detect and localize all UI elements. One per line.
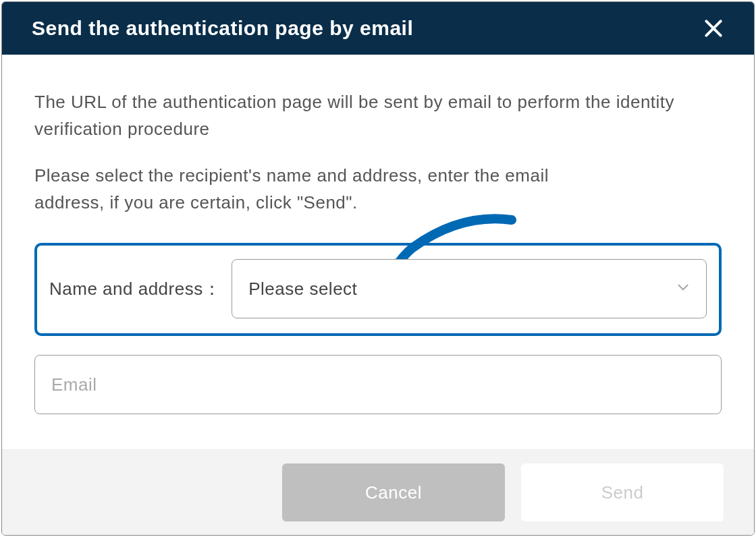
name-address-label: Name and address：: [49, 277, 221, 301]
send-button[interactable]: Send: [521, 463, 724, 521]
modal-header: Send the authentication page by email: [2, 2, 754, 55]
name-address-select[interactable]: Please select: [232, 259, 707, 318]
description-text: The URL of the authentication page will …: [34, 88, 722, 143]
modal-footer: Cancel Send: [2, 449, 754, 535]
instruction-text: Please select the recipient's name and a…: [34, 162, 722, 217]
select-placeholder-text: Please select: [248, 279, 357, 300]
close-icon[interactable]: [703, 18, 724, 39]
send-auth-email-modal: Send the authentication page by email Th…: [1, 1, 755, 536]
modal-body: The URL of the authentication page will …: [2, 55, 754, 449]
email-field[interactable]: [34, 355, 722, 414]
cancel-button[interactable]: Cancel: [282, 463, 505, 521]
modal-title: Send the authentication page by email: [32, 17, 413, 40]
name-address-group: Name and address： Please select: [34, 243, 722, 336]
name-address-select-wrap: Please select: [232, 259, 707, 318]
